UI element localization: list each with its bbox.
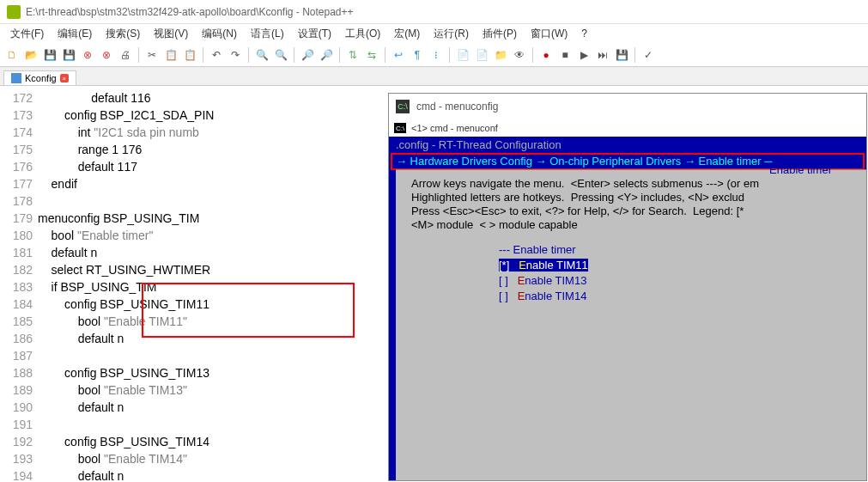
separator <box>248 47 249 63</box>
toolbar: 🗋 📂 💾 💾 ⊗ ⊗ 🖨 ✂ 📋 📋 ↶ ↷ 🔍 🔍 🔎 🔎 ⇅ ⇆ ↩ ¶ … <box>0 43 868 67</box>
menuconfig-option[interactable]: [*] Enable TIM11 <box>499 258 866 273</box>
find-icon[interactable]: 🔍 <box>254 47 270 63</box>
menuconfig-panel-title: Enable timer <box>769 163 832 176</box>
menubar: 文件(F) 编辑(E) 搜索(S) 视图(V) 编码(N) 语言(L) 设置(T… <box>0 24 868 43</box>
cmd-tab-icon: C:\ <box>394 123 406 133</box>
cmd-title: cmd - menuconfig <box>416 101 498 113</box>
separator <box>532 47 533 63</box>
open-file-icon[interactable]: 📂 <box>23 47 39 63</box>
tab-close-icon[interactable]: × <box>60 74 69 82</box>
function-list-icon[interactable]: 📄 <box>455 47 470 63</box>
redo-icon[interactable]: ↷ <box>228 47 243 63</box>
separator <box>203 47 203 63</box>
app-icon <box>7 5 21 19</box>
new-file-icon[interactable]: 🗋 <box>4 47 20 63</box>
undo-icon[interactable]: ↶ <box>209 47 224 63</box>
copy-icon[interactable]: 📋 <box>163 47 179 63</box>
separator <box>385 47 385 63</box>
play-icon[interactable]: ▶ <box>576 47 592 63</box>
indent-guide-icon[interactable]: ⫶ <box>428 47 444 63</box>
close-icon[interactable]: ⊗ <box>80 47 95 63</box>
show-all-icon[interactable]: ¶ <box>410 47 425 63</box>
separator <box>138 47 139 63</box>
menu-settings[interactable]: 设置(T) <box>291 27 338 41</box>
paste-icon[interactable]: 📋 <box>182 47 197 63</box>
menu-run[interactable]: 运行(R) <box>427 27 476 41</box>
separator <box>449 47 450 63</box>
wordwrap-icon[interactable]: ↩ <box>391 47 406 63</box>
menu-search[interactable]: 搜索(S) <box>99 27 147 41</box>
save-icon[interactable]: 💾 <box>42 47 58 63</box>
tab-label: Kconfig <box>25 73 57 83</box>
cmd-titlebar[interactable]: C:\ cmd - menuconfig <box>389 94 866 119</box>
menu-view[interactable]: 视图(V) <box>147 27 195 41</box>
cmd-tabstrip: C:\ <1> cmd - menuconf <box>389 119 866 137</box>
cmd-icon: C:\ <box>396 100 410 113</box>
close-all-icon[interactable]: ⊗ <box>99 47 114 63</box>
menuconfig-option[interactable]: [ ] Enable TIM13 <box>499 273 866 289</box>
cmd-tab-label[interactable]: <1> cmd - menuconf <box>411 123 498 133</box>
separator <box>634 47 635 63</box>
menuconfig-header: .config - RT-Thread Configuration <box>389 137 866 153</box>
separator <box>339 47 340 63</box>
replace-icon[interactable]: 🔍 <box>273 47 288 63</box>
menu-plugins[interactable]: 插件(P) <box>476 27 524 41</box>
menu-tools[interactable]: 工具(O) <box>338 27 387 41</box>
window-titlebar: E:\rt-thread\bsp\stm32\stm32f429-atk-apo… <box>0 0 868 24</box>
sync-icon[interactable]: ⇅ <box>345 47 361 63</box>
cut-icon[interactable]: ✂ <box>144 47 160 63</box>
menuconfig-panel: Enable timer Arrow keys navigate the men… <box>396 169 866 480</box>
menu-edit[interactable]: 编辑(E) <box>51 27 99 41</box>
record-icon[interactable]: ● <box>538 47 554 63</box>
menu-window[interactable]: 窗口(W) <box>524 27 574 41</box>
file-icon <box>11 73 21 83</box>
menu-macro[interactable]: 宏(M) <box>387 27 427 41</box>
menuconfig-option: --- Enable timer <box>499 242 866 258</box>
spellcheck-icon[interactable]: ✓ <box>640 47 656 63</box>
tab-kconfig[interactable]: Kconfig × <box>3 70 76 85</box>
separator <box>294 47 294 63</box>
sync-h-icon[interactable]: ⇆ <box>364 47 379 63</box>
menu-help[interactable]: ? <box>574 27 594 40</box>
menu-file[interactable]: 文件(F) <box>3 27 51 41</box>
menuconfig-help-text: Arrow keys navigate the menu. <Enter> se… <box>396 170 866 235</box>
window-title: E:\rt-thread\bsp\stm32\stm32f429-atk-apo… <box>26 6 354 18</box>
menu-encoding[interactable]: 编码(N) <box>195 27 244 41</box>
stop-icon[interactable]: ■ <box>557 47 573 63</box>
document-tabstrip: Kconfig × <box>0 67 868 86</box>
zoom-in-icon[interactable]: 🔎 <box>300 47 315 63</box>
save-all-icon[interactable]: 💾 <box>61 47 76 63</box>
menuconfig-screen[interactable]: .config - RT-Thread Configuration → Hard… <box>389 137 866 480</box>
save-macro-icon[interactable]: 💾 <box>614 47 629 63</box>
play-multi-icon[interactable]: ⏭ <box>595 47 610 63</box>
menuconfig-option[interactable]: [ ] Enable TIM14 <box>499 289 866 304</box>
menu-language[interactable]: 语言(L) <box>244 27 291 41</box>
menuconfig-options[interactable]: --- Enable timer[*] Enable TIM11[ ] Enab… <box>396 242 866 304</box>
folder-icon[interactable]: 📁 <box>493 47 508 63</box>
monitor-icon[interactable]: 👁 <box>512 47 527 63</box>
line-gutter: 1721731741751761771781791801811821831841… <box>0 86 38 481</box>
doc-map-icon[interactable]: 📄 <box>474 47 489 63</box>
cmd-window[interactable]: C:\ cmd - menuconfig C:\ <1> cmd - menuc… <box>388 93 867 481</box>
print-icon[interactable]: 🖨 <box>118 47 133 63</box>
zoom-out-icon[interactable]: 🔎 <box>319 47 334 63</box>
